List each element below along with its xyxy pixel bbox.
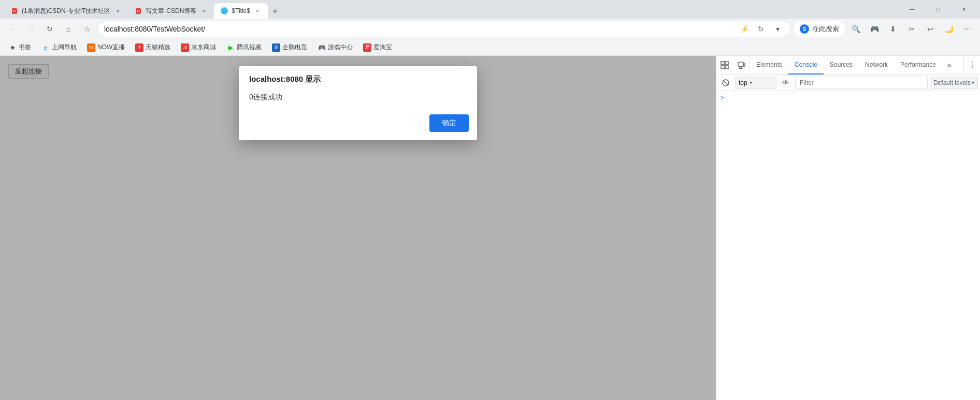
inspect-icon xyxy=(720,61,729,69)
bookmark-star-button[interactable]: ☆ xyxy=(79,21,95,37)
devtools-toolbar: Elements Console Sources Network Perform… xyxy=(716,56,980,75)
svg-rect-7 xyxy=(743,64,745,66)
tab-csdn-community[interactable]: C (1条消息)CSDN-专业IT技术社区 × xyxy=(4,3,128,19)
bookmark-item-jd[interactable]: JD 京东商城 xyxy=(177,42,220,53)
device-icon xyxy=(737,61,745,69)
default-levels-label: Default levels xyxy=(933,79,971,86)
bookmark-item-star[interactable]: ★ 书签 xyxy=(4,42,35,53)
context-value: top xyxy=(739,79,747,86)
scissors-icon: ✂ xyxy=(909,25,915,33)
search-area[interactable]: S 在此搜索 xyxy=(794,21,845,37)
close-button[interactable]: × xyxy=(952,0,976,19)
bookmark-item-nav[interactable]: e 上网导航 xyxy=(37,42,81,53)
bookmark-label-game: 游戏中心 xyxy=(328,43,353,52)
bookmark-item-now[interactable]: N NOW直播 xyxy=(83,42,129,53)
tab-websocket[interactable]: 🌐 $Title$ × xyxy=(214,3,268,19)
maximize-button[interactable]: □ xyxy=(926,0,950,19)
devtools-panel: Elements Console Sources Network Perform… xyxy=(716,56,980,400)
moon-button[interactable]: 🌙 xyxy=(941,21,957,37)
bookmark-item-enterprise[interactable]: 企 企鹅电竞 xyxy=(268,42,311,53)
alert-overlay: localhost:8080 显示 0连接成功 确定 xyxy=(0,56,716,400)
devtools-more-tabs-button[interactable]: » xyxy=(942,56,957,75)
chevron-down-icon: ▾ xyxy=(776,25,780,33)
tab-close-csdn2[interactable]: × xyxy=(199,7,208,15)
bookmark-label-tencent: 腾讯视频 xyxy=(237,43,262,52)
extensions-button[interactable]: 🎮 xyxy=(866,21,883,37)
page-content: 发起连接 localhost:8080 显示 0连接成功 确定 xyxy=(0,56,716,400)
moon-icon: 🌙 xyxy=(945,25,954,33)
download-button[interactable]: ⬇ xyxy=(885,21,901,37)
devtools-tab-elements[interactable]: Elements xyxy=(750,56,788,75)
window-controls: ─ □ × xyxy=(900,0,976,19)
bookmark-enterprise-icon: 企 xyxy=(272,43,280,52)
default-levels-selector[interactable]: Default levels ▾ xyxy=(930,77,978,89)
new-tab-button[interactable]: + xyxy=(268,4,282,19)
tab-title-csdn1: (1条消息)CSDN-专业IT技术社区 xyxy=(22,7,110,16)
tab-csdn-write[interactable]: C 写文章-CSDN博客 × xyxy=(128,3,214,19)
chevron-icon-btn[interactable]: ▾ xyxy=(770,22,785,36)
alert-header: localhost:8080 显示 xyxy=(239,66,477,88)
home-button[interactable]: ⌂ xyxy=(60,21,77,37)
console-content: > xyxy=(716,91,980,400)
bookmark-tencent-icon: ▶ xyxy=(226,43,235,52)
tab-favicon-csdn2: C xyxy=(134,7,142,15)
levels-arrow-icon: ▾ xyxy=(972,80,974,85)
devtools-tab-network[interactable]: Network xyxy=(859,56,894,75)
address-bar[interactable]: localhost:8080/TestWebSocket/ ⚡ ↻ ▾ xyxy=(97,21,791,37)
devtools-tab-console[interactable]: Console xyxy=(788,56,824,75)
bookmark-item-game-center[interactable]: 🎮 游戏中心 xyxy=(313,42,357,53)
console-arrow[interactable]: > xyxy=(716,93,980,102)
svg-rect-3 xyxy=(725,66,728,69)
devtools-tabs: Elements Console Sources Network Perform… xyxy=(750,56,963,75)
reload-icon: ↻ xyxy=(758,25,764,33)
console-clear-button[interactable] xyxy=(718,76,733,90)
devtools-inspect-button[interactable] xyxy=(716,56,733,75)
devtools-tab-sources[interactable]: Sources xyxy=(824,56,859,75)
refresh-button[interactable]: ↻ xyxy=(41,21,58,37)
devtools-settings-button[interactable]: ⋮ xyxy=(963,56,980,75)
browser-window: C (1条消息)CSDN-专业IT技术社区 × C 写文章-CSDN博客 × 🌐… xyxy=(0,0,980,400)
alert-dialog: localhost:8080 显示 0连接成功 确定 xyxy=(239,66,477,140)
lightning-icon-btn[interactable]: ⚡ xyxy=(737,22,752,36)
bookmark-tmall-icon: T xyxy=(135,43,143,52)
reload-icon-btn[interactable]: ↻ xyxy=(754,22,768,36)
alert-confirm-button[interactable]: 确定 xyxy=(429,114,469,132)
bookmark-jd-icon: JD xyxy=(181,43,189,52)
more-button[interactable]: ⋯ xyxy=(959,21,976,37)
scissors-button[interactable]: ✂ xyxy=(903,21,920,37)
bookmark-item-tmall[interactable]: T 天猫精选 xyxy=(131,42,175,53)
back-button[interactable]: ← xyxy=(4,21,21,37)
bookmark-label-aitaobao: 爱淘宝 xyxy=(373,43,392,52)
tab-favicon-csdn1: C xyxy=(10,7,19,15)
console-eye-button[interactable]: 👁 xyxy=(779,76,793,90)
svg-rect-2 xyxy=(721,66,724,69)
bookmark-label-star: 书签 xyxy=(19,43,31,52)
bookmark-item-aitaobao[interactable]: 爱 爱淘宝 xyxy=(359,42,396,53)
tab-close-csdn1[interactable]: × xyxy=(113,7,122,15)
search-button[interactable]: 🔍 xyxy=(847,21,864,37)
bookmark-aitaobao-icon: 爱 xyxy=(363,43,371,52)
svg-line-9 xyxy=(724,81,728,85)
navigation-bar: ← → ↻ ⌂ ☆ localhost:8080/TestWebSocket/ … xyxy=(0,19,980,39)
bookmark-label-tmall: 天猫精选 xyxy=(146,43,170,52)
minimize-button[interactable]: ─ xyxy=(900,0,924,19)
bookmark-item-tencent-video[interactable]: ▶ 腾讯视频 xyxy=(222,42,266,53)
search-engine-icon: S xyxy=(800,24,809,34)
address-url: localhost:8080/TestWebSocket/ xyxy=(104,25,733,33)
eye-icon: 👁 xyxy=(782,79,789,87)
download-icon: ⬇ xyxy=(890,25,896,33)
tab-close-websocket[interactable]: × xyxy=(253,7,262,15)
bookmark-nav-icon: e xyxy=(41,43,50,52)
tab-favicon-globe: 🌐 xyxy=(220,7,228,15)
search-icon: 🔍 xyxy=(852,25,860,33)
context-arrow-icon: ▾ xyxy=(750,80,752,85)
main-area: 发起连接 localhost:8080 显示 0连接成功 确定 xyxy=(0,56,980,400)
context-selector[interactable]: top ▾ xyxy=(735,77,776,89)
svg-rect-1 xyxy=(725,62,728,65)
devtools-tab-performance[interactable]: Performance xyxy=(894,56,942,75)
undo-button[interactable]: ↩ xyxy=(922,21,939,37)
forward-button[interactable]: → xyxy=(23,21,39,37)
console-filter-input[interactable] xyxy=(795,77,928,89)
devtools-device-button[interactable] xyxy=(733,56,750,75)
search-label: 在此搜索 xyxy=(812,24,839,34)
